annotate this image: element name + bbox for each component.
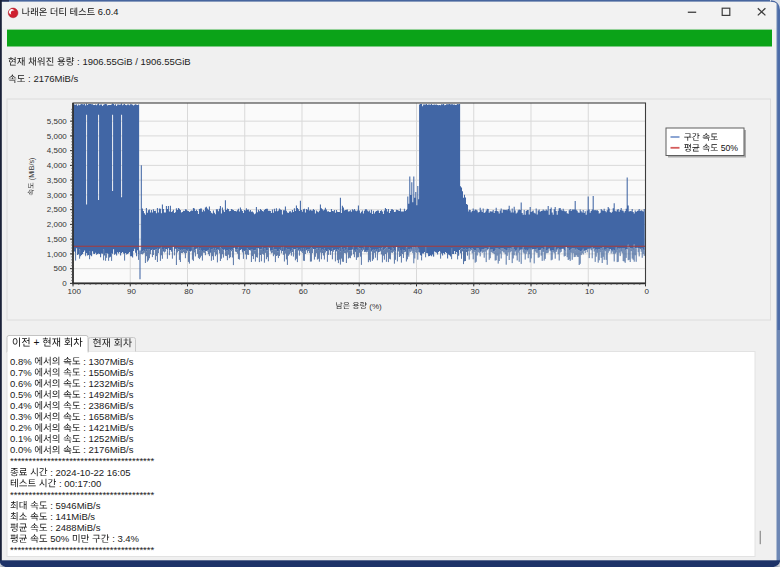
svg-text:1550MiB/s: 1550MiB/s: [89, 367, 134, 378]
svg-text:1492MiB/s: 1492MiB/s: [89, 389, 134, 400]
svg-text:0.8%: 0.8%: [10, 356, 32, 367]
svg-text:0.4%: 0.4%: [10, 400, 32, 411]
svg-text:2488MiB/s: 2488MiB/s: [56, 522, 101, 533]
svg-text:1658MiB/s: 1658MiB/s: [89, 411, 134, 422]
svg-text::: :: [83, 422, 86, 433]
svg-text::: :: [28, 73, 31, 84]
svg-text::: :: [83, 356, 86, 367]
svg-text:1,500: 1,500: [47, 235, 68, 244]
svg-text:1307MiB/s: 1307MiB/s: [89, 356, 134, 367]
svg-text:141MiB/s: 141MiB/s: [56, 511, 96, 522]
svg-text:5946MiB/s: 5946MiB/s: [56, 500, 101, 511]
svg-text::: :: [50, 500, 53, 511]
svg-text::: :: [50, 511, 53, 522]
svg-text:3.4%: 3.4%: [117, 533, 139, 544]
svg-text:50: 50: [356, 287, 365, 296]
svg-text:500: 500: [53, 264, 67, 273]
svg-text:3,000: 3,000: [47, 191, 68, 200]
svg-text:4,000: 4,000: [47, 161, 68, 170]
svg-text:2024-10-22: 2024-10-22: [56, 467, 105, 478]
svg-text:80: 80: [184, 287, 193, 296]
svg-text:5,500: 5,500: [47, 117, 68, 126]
svg-text:30: 30: [470, 287, 479, 296]
svg-text:00:17:00: 00:17:00: [64, 478, 101, 489]
svg-text::: :: [83, 367, 86, 378]
svg-text:1,000: 1,000: [47, 250, 68, 259]
svg-text:0.0%: 0.0%: [10, 444, 32, 455]
svg-text::: :: [83, 378, 86, 389]
svg-text:10: 10: [585, 287, 594, 296]
svg-text:70: 70: [241, 287, 250, 296]
svg-text:0.6%: 0.6%: [10, 378, 32, 389]
svg-text:0.5%: 0.5%: [10, 389, 32, 400]
svg-text:(%): (%): [369, 302, 382, 311]
svg-text::: :: [83, 389, 86, 400]
svg-text:/: /: [135, 56, 138, 67]
svg-text:0.2%: 0.2%: [10, 422, 32, 433]
svg-text:******************************: ***************************************: [10, 544, 154, 555]
svg-text::: :: [77, 56, 80, 67]
svg-text:90: 90: [127, 287, 136, 296]
svg-text:4,500: 4,500: [47, 146, 68, 155]
svg-text:100: 100: [68, 287, 82, 296]
svg-text::: :: [83, 433, 86, 444]
svg-text:1232MiB/s: 1232MiB/s: [89, 378, 134, 389]
svg-text:1906.55GiB: 1906.55GiB: [82, 56, 132, 67]
svg-text:2,500: 2,500: [47, 205, 68, 214]
svg-text:50%: 50%: [50, 533, 70, 544]
svg-text:+: +: [34, 337, 40, 348]
svg-text:0.3%: 0.3%: [10, 411, 32, 422]
svg-text:2,000: 2,000: [47, 220, 68, 229]
svg-text:60: 60: [299, 287, 308, 296]
svg-text::: :: [83, 444, 86, 455]
svg-text:2176MiB/s: 2176MiB/s: [89, 444, 134, 455]
svg-text:(MiB/s): (MiB/s): [27, 158, 36, 181]
svg-text:6.0.4: 6.0.4: [98, 7, 119, 17]
svg-text:0: 0: [644, 287, 649, 296]
svg-text:16:05: 16:05: [107, 467, 131, 478]
svg-text::: :: [50, 467, 53, 478]
svg-text:1906.55GiB: 1906.55GiB: [140, 56, 190, 67]
svg-text::: :: [50, 522, 53, 533]
svg-text:0.1%: 0.1%: [10, 433, 32, 444]
svg-text:******************************: ***************************************: [10, 489, 154, 500]
svg-text:******************************: ***************************************: [10, 455, 154, 466]
svg-text:0.7%: 0.7%: [10, 367, 32, 378]
svg-text::: :: [112, 533, 115, 544]
svg-text:2176MiB/s: 2176MiB/s: [33, 73, 78, 84]
svg-text:2386MiB/s: 2386MiB/s: [89, 400, 134, 411]
svg-text:3,500: 3,500: [47, 176, 68, 185]
svg-text:20: 20: [528, 287, 537, 296]
svg-text:40: 40: [413, 287, 422, 296]
svg-text:5,000: 5,000: [47, 132, 68, 141]
svg-text::: :: [83, 400, 86, 411]
svg-text::: :: [59, 478, 62, 489]
svg-text:1421MiB/s: 1421MiB/s: [89, 422, 134, 433]
svg-text:1252MiB/s: 1252MiB/s: [89, 433, 134, 444]
svg-text:50%: 50%: [721, 143, 739, 153]
svg-text::: :: [83, 411, 86, 422]
